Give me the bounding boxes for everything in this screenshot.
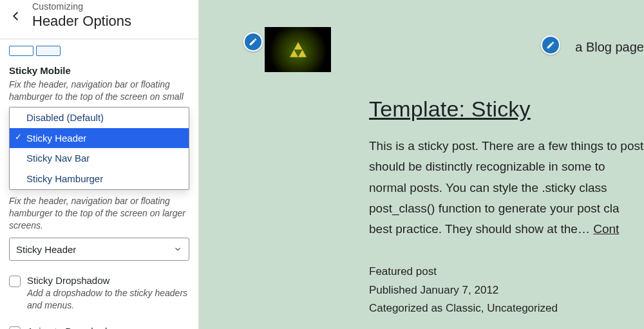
edit-site-title-shortcut[interactable] <box>541 35 560 55</box>
breadcrumb: Customizing <box>32 1 131 12</box>
sticky-desktop-select[interactable]: Sticky Header <box>9 238 189 261</box>
meta-published: Published January 7, 2012 <box>369 281 644 299</box>
edit-logo-shortcut[interactable] <box>243 32 263 52</box>
customizer-sidebar: Customizing Header Options Sticky Mobile… <box>0 0 199 329</box>
pencil-icon <box>546 41 555 50</box>
triforce-icon <box>290 42 307 57</box>
post-excerpt: This is a sticky post. There are a few t… <box>369 136 644 240</box>
post: Template: Sticky This is a sticky post. … <box>369 97 644 317</box>
back-button[interactable] <box>0 0 32 32</box>
tab-pills-cutoff <box>9 46 189 57</box>
sticky-dropshadow-help: Add a dropshadow to the sticky headers a… <box>27 287 189 312</box>
option-sticky-hamburger[interactable]: Sticky Hamburger <box>10 169 189 189</box>
sticky-desktop-value: Sticky Header <box>16 244 76 255</box>
sticky-dropshadow-checkbox[interactable] <box>9 276 21 287</box>
sticky-mobile-help: Fix the header, navigation bar or floati… <box>9 79 189 103</box>
meta-categorized: Categorized as Classic, Uncategorized <box>369 299 644 317</box>
sticky-desktop-help: Fix the header, navigation bar or floati… <box>9 195 189 232</box>
sticky-dropshadow-label: Sticky Dropshadow <box>27 275 189 286</box>
option-sticky-header[interactable]: Sticky Header <box>10 128 189 149</box>
live-preview: a Blog page Template: Sticky This is a s… <box>199 0 644 329</box>
sidebar-header: Customizing Header Options <box>0 0 198 39</box>
chevron-left-icon <box>10 10 22 22</box>
post-title-link[interactable]: Template: Sticky <box>369 97 644 122</box>
animate-dropshadow-checkbox[interactable] <box>9 326 21 329</box>
option-sticky-nav-bar[interactable]: Sticky Nav Bar <box>10 148 189 169</box>
continue-reading-link[interactable]: Cont <box>593 222 619 236</box>
pencil-icon <box>249 37 258 46</box>
dropdown-listbox: Disabled (Default) Sticky Header Sticky … <box>9 107 189 190</box>
chevron-down-icon <box>173 245 182 254</box>
svg-marker-0 <box>294 42 302 50</box>
page-title: Header Options <box>32 13 131 30</box>
site-title[interactable]: a Blog page <box>575 40 644 55</box>
option-disabled-default[interactable]: Disabled (Default) <box>10 108 189 128</box>
sticky-mobile-select-open[interactable]: Disabled (Default) Sticky Header Sticky … <box>9 107 189 190</box>
meta-featured: Featured post <box>369 263 644 281</box>
sticky-mobile-label: Sticky Mobile <box>9 65 189 76</box>
animate-dropshadow-label: Animate Dropshadow <box>27 326 189 329</box>
svg-marker-1 <box>290 50 298 57</box>
svg-marker-2 <box>298 50 307 57</box>
site-logo[interactable] <box>265 27 331 72</box>
